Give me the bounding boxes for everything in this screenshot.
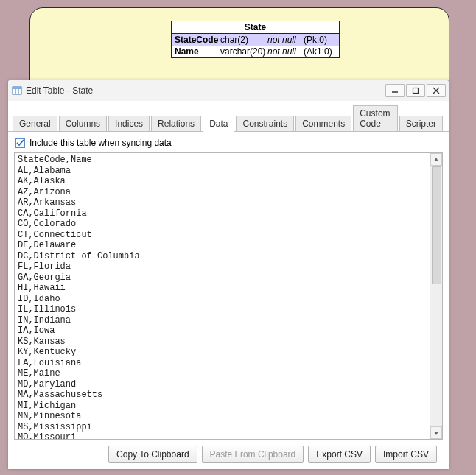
tab-constraints[interactable]: Constraints <box>236 116 294 131</box>
copy-to-clipboard-button[interactable]: Copy To Clipboard <box>108 446 197 463</box>
erd-col-type: char(2) <box>220 35 265 45</box>
titlebar[interactable]: Edit Table - State <box>8 80 449 101</box>
svg-marker-8 <box>434 158 438 161</box>
data-area: StateCode,Name AL,Alabama AK,Alaska AZ,A… <box>14 152 443 440</box>
include-sync-checkbox[interactable] <box>15 138 25 148</box>
tab-data[interactable]: Data <box>203 116 234 132</box>
erd-col-null: not null <box>267 46 301 57</box>
tab-comments[interactable]: Comments <box>295 116 351 131</box>
maximize-button[interactable] <box>406 84 425 97</box>
table-icon <box>11 85 23 96</box>
scrollbar[interactable] <box>430 153 442 439</box>
erd-table[interactable]: State StateCode char(2) not null (Pk:0) … <box>171 21 340 58</box>
tab-custom-code[interactable]: Custom Code <box>353 105 397 131</box>
minimize-button[interactable] <box>385 84 405 97</box>
scroll-down-button[interactable] <box>430 426 442 439</box>
import-csv-button[interactable]: Import CSV <box>375 446 437 463</box>
erd-col-type: varchar(20) <box>220 46 265 57</box>
svg-marker-9 <box>434 432 438 435</box>
erd-col-key: (Ak1:0) <box>304 46 336 57</box>
tab-scripter[interactable]: Scripter <box>399 116 443 131</box>
tab-relations[interactable]: Relations <box>151 116 201 131</box>
svg-rect-1 <box>13 87 21 89</box>
erd-col-name: Name <box>175 46 217 57</box>
erd-column-row[interactable]: Name varchar(20) not null (Ak1:0) <box>172 46 339 57</box>
export-csv-button[interactable]: Export CSV <box>308 446 371 463</box>
tab-general[interactable]: General <box>13 116 57 131</box>
erd-column-row[interactable]: StateCode char(2) not null (Pk:0) <box>172 34 339 46</box>
paste-from-clipboard-button[interactable]: Paste From Clipboard <box>202 446 304 463</box>
erd-col-null: not null <box>267 35 301 45</box>
window-title: Edit Table - State <box>26 85 385 96</box>
data-textarea[interactable]: StateCode,Name AL,Alabama AK,Alaska AZ,A… <box>15 153 430 439</box>
tab-body: Include this table when syncing data Sta… <box>8 132 449 469</box>
scroll-up-button[interactable] <box>430 153 442 166</box>
erd-col-name: StateCode <box>175 35 217 45</box>
edit-table-window: Edit Table - State General Columns Indic… <box>7 80 449 470</box>
erd-col-key: (Pk:0) <box>304 35 336 45</box>
button-bar: Copy To Clipboard Paste From Clipboard E… <box>14 440 443 469</box>
close-button[interactable] <box>427 84 446 97</box>
svg-rect-5 <box>413 88 419 94</box>
tabstrip: General Columns Indices Relations Data C… <box>8 101 449 132</box>
scroll-thumb[interactable] <box>432 166 441 284</box>
include-sync-row: Include this table when syncing data <box>14 136 443 152</box>
tab-indices[interactable]: Indices <box>108 116 150 131</box>
include-sync-label: Include this table when syncing data <box>29 138 172 148</box>
tab-columns[interactable]: Columns <box>59 116 107 131</box>
erd-title: State <box>172 21 339 34</box>
